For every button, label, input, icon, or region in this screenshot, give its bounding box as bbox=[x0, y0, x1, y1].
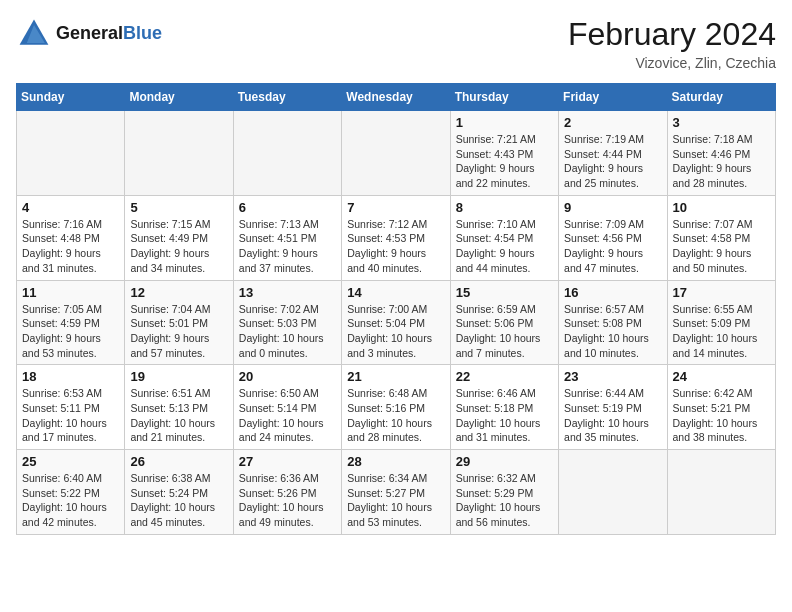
weekday-header-sunday: Sunday bbox=[17, 84, 125, 111]
day-number: 28 bbox=[347, 454, 444, 469]
calendar-cell: 9Sunrise: 7:09 AM Sunset: 4:56 PM Daylig… bbox=[559, 195, 667, 280]
calendar-week-row: 25Sunrise: 6:40 AM Sunset: 5:22 PM Dayli… bbox=[17, 450, 776, 535]
day-info: Sunrise: 7:19 AM Sunset: 4:44 PM Dayligh… bbox=[564, 132, 661, 191]
location: Vizovice, Zlin, Czechia bbox=[568, 55, 776, 71]
calendar-cell: 26Sunrise: 6:38 AM Sunset: 5:24 PM Dayli… bbox=[125, 450, 233, 535]
month-year: February 2024 bbox=[568, 16, 776, 53]
calendar-cell: 29Sunrise: 6:32 AM Sunset: 5:29 PM Dayli… bbox=[450, 450, 558, 535]
day-info: Sunrise: 6:44 AM Sunset: 5:19 PM Dayligh… bbox=[564, 386, 661, 445]
calendar-week-row: 11Sunrise: 7:05 AM Sunset: 4:59 PM Dayli… bbox=[17, 280, 776, 365]
day-info: Sunrise: 7:12 AM Sunset: 4:53 PM Dayligh… bbox=[347, 217, 444, 276]
day-number: 22 bbox=[456, 369, 553, 384]
calendar-cell: 4Sunrise: 7:16 AM Sunset: 4:48 PM Daylig… bbox=[17, 195, 125, 280]
calendar-cell: 15Sunrise: 6:59 AM Sunset: 5:06 PM Dayli… bbox=[450, 280, 558, 365]
day-info: Sunrise: 6:48 AM Sunset: 5:16 PM Dayligh… bbox=[347, 386, 444, 445]
day-info: Sunrise: 6:42 AM Sunset: 5:21 PM Dayligh… bbox=[673, 386, 770, 445]
calendar-cell: 18Sunrise: 6:53 AM Sunset: 5:11 PM Dayli… bbox=[17, 365, 125, 450]
day-info: Sunrise: 6:59 AM Sunset: 5:06 PM Dayligh… bbox=[456, 302, 553, 361]
day-info: Sunrise: 7:21 AM Sunset: 4:43 PM Dayligh… bbox=[456, 132, 553, 191]
weekday-header-saturday: Saturday bbox=[667, 84, 775, 111]
calendar-cell: 19Sunrise: 6:51 AM Sunset: 5:13 PM Dayli… bbox=[125, 365, 233, 450]
weekday-header-row: SundayMondayTuesdayWednesdayThursdayFrid… bbox=[17, 84, 776, 111]
day-number: 24 bbox=[673, 369, 770, 384]
calendar-cell: 6Sunrise: 7:13 AM Sunset: 4:51 PM Daylig… bbox=[233, 195, 341, 280]
calendar-cell: 21Sunrise: 6:48 AM Sunset: 5:16 PM Dayli… bbox=[342, 365, 450, 450]
day-info: Sunrise: 6:32 AM Sunset: 5:29 PM Dayligh… bbox=[456, 471, 553, 530]
calendar-cell bbox=[17, 111, 125, 196]
day-number: 29 bbox=[456, 454, 553, 469]
calendar-cell: 3Sunrise: 7:18 AM Sunset: 4:46 PM Daylig… bbox=[667, 111, 775, 196]
day-info: Sunrise: 7:02 AM Sunset: 5:03 PM Dayligh… bbox=[239, 302, 336, 361]
calendar-cell: 12Sunrise: 7:04 AM Sunset: 5:01 PM Dayli… bbox=[125, 280, 233, 365]
calendar-cell bbox=[342, 111, 450, 196]
day-info: Sunrise: 6:40 AM Sunset: 5:22 PM Dayligh… bbox=[22, 471, 119, 530]
calendar-cell: 16Sunrise: 6:57 AM Sunset: 5:08 PM Dayli… bbox=[559, 280, 667, 365]
day-info: Sunrise: 7:09 AM Sunset: 4:56 PM Dayligh… bbox=[564, 217, 661, 276]
day-info: Sunrise: 7:10 AM Sunset: 4:54 PM Dayligh… bbox=[456, 217, 553, 276]
day-number: 3 bbox=[673, 115, 770, 130]
day-number: 2 bbox=[564, 115, 661, 130]
weekday-header-monday: Monday bbox=[125, 84, 233, 111]
day-info: Sunrise: 6:51 AM Sunset: 5:13 PM Dayligh… bbox=[130, 386, 227, 445]
day-info: Sunrise: 6:36 AM Sunset: 5:26 PM Dayligh… bbox=[239, 471, 336, 530]
calendar-cell: 28Sunrise: 6:34 AM Sunset: 5:27 PM Dayli… bbox=[342, 450, 450, 535]
day-number: 14 bbox=[347, 285, 444, 300]
day-info: Sunrise: 6:53 AM Sunset: 5:11 PM Dayligh… bbox=[22, 386, 119, 445]
logo-icon bbox=[16, 16, 52, 52]
day-info: Sunrise: 7:00 AM Sunset: 5:04 PM Dayligh… bbox=[347, 302, 444, 361]
logo-blue: Blue bbox=[123, 23, 162, 43]
day-number: 25 bbox=[22, 454, 119, 469]
weekday-header-tuesday: Tuesday bbox=[233, 84, 341, 111]
day-number: 5 bbox=[130, 200, 227, 215]
calendar-week-row: 18Sunrise: 6:53 AM Sunset: 5:11 PM Dayli… bbox=[17, 365, 776, 450]
day-number: 26 bbox=[130, 454, 227, 469]
calendar-cell: 17Sunrise: 6:55 AM Sunset: 5:09 PM Dayli… bbox=[667, 280, 775, 365]
day-number: 13 bbox=[239, 285, 336, 300]
calendar-cell: 7Sunrise: 7:12 AM Sunset: 4:53 PM Daylig… bbox=[342, 195, 450, 280]
calendar-cell: 23Sunrise: 6:44 AM Sunset: 5:19 PM Dayli… bbox=[559, 365, 667, 450]
day-info: Sunrise: 7:18 AM Sunset: 4:46 PM Dayligh… bbox=[673, 132, 770, 191]
calendar-cell: 14Sunrise: 7:00 AM Sunset: 5:04 PM Dayli… bbox=[342, 280, 450, 365]
weekday-header-friday: Friday bbox=[559, 84, 667, 111]
title-block: February 2024 Vizovice, Zlin, Czechia bbox=[568, 16, 776, 71]
page-header: GeneralBlue February 2024 Vizovice, Zlin… bbox=[16, 16, 776, 71]
day-number: 9 bbox=[564, 200, 661, 215]
calendar-cell: 5Sunrise: 7:15 AM Sunset: 4:49 PM Daylig… bbox=[125, 195, 233, 280]
day-number: 12 bbox=[130, 285, 227, 300]
day-number: 6 bbox=[239, 200, 336, 215]
day-number: 20 bbox=[239, 369, 336, 384]
day-number: 23 bbox=[564, 369, 661, 384]
calendar-cell: 1Sunrise: 7:21 AM Sunset: 4:43 PM Daylig… bbox=[450, 111, 558, 196]
day-info: Sunrise: 6:57 AM Sunset: 5:08 PM Dayligh… bbox=[564, 302, 661, 361]
day-number: 4 bbox=[22, 200, 119, 215]
calendar-cell: 11Sunrise: 7:05 AM Sunset: 4:59 PM Dayli… bbox=[17, 280, 125, 365]
day-number: 16 bbox=[564, 285, 661, 300]
day-number: 1 bbox=[456, 115, 553, 130]
calendar-cell: 13Sunrise: 7:02 AM Sunset: 5:03 PM Dayli… bbox=[233, 280, 341, 365]
day-number: 21 bbox=[347, 369, 444, 384]
calendar-week-row: 4Sunrise: 7:16 AM Sunset: 4:48 PM Daylig… bbox=[17, 195, 776, 280]
calendar-cell: 27Sunrise: 6:36 AM Sunset: 5:26 PM Dayli… bbox=[233, 450, 341, 535]
day-number: 7 bbox=[347, 200, 444, 215]
calendar-cell: 2Sunrise: 7:19 AM Sunset: 4:44 PM Daylig… bbox=[559, 111, 667, 196]
day-number: 11 bbox=[22, 285, 119, 300]
logo: GeneralBlue bbox=[16, 16, 162, 52]
calendar-cell bbox=[559, 450, 667, 535]
calendar-cell: 25Sunrise: 6:40 AM Sunset: 5:22 PM Dayli… bbox=[17, 450, 125, 535]
day-info: Sunrise: 6:55 AM Sunset: 5:09 PM Dayligh… bbox=[673, 302, 770, 361]
calendar-cell: 24Sunrise: 6:42 AM Sunset: 5:21 PM Dayli… bbox=[667, 365, 775, 450]
day-info: Sunrise: 7:15 AM Sunset: 4:49 PM Dayligh… bbox=[130, 217, 227, 276]
calendar-week-row: 1Sunrise: 7:21 AM Sunset: 4:43 PM Daylig… bbox=[17, 111, 776, 196]
day-info: Sunrise: 7:05 AM Sunset: 4:59 PM Dayligh… bbox=[22, 302, 119, 361]
day-number: 10 bbox=[673, 200, 770, 215]
calendar-cell bbox=[667, 450, 775, 535]
day-info: Sunrise: 7:16 AM Sunset: 4:48 PM Dayligh… bbox=[22, 217, 119, 276]
day-info: Sunrise: 6:38 AM Sunset: 5:24 PM Dayligh… bbox=[130, 471, 227, 530]
day-info: Sunrise: 6:50 AM Sunset: 5:14 PM Dayligh… bbox=[239, 386, 336, 445]
day-number: 8 bbox=[456, 200, 553, 215]
calendar-cell: 8Sunrise: 7:10 AM Sunset: 4:54 PM Daylig… bbox=[450, 195, 558, 280]
calendar-cell: 22Sunrise: 6:46 AM Sunset: 5:18 PM Dayli… bbox=[450, 365, 558, 450]
day-info: Sunrise: 7:13 AM Sunset: 4:51 PM Dayligh… bbox=[239, 217, 336, 276]
day-number: 15 bbox=[456, 285, 553, 300]
day-info: Sunrise: 7:07 AM Sunset: 4:58 PM Dayligh… bbox=[673, 217, 770, 276]
